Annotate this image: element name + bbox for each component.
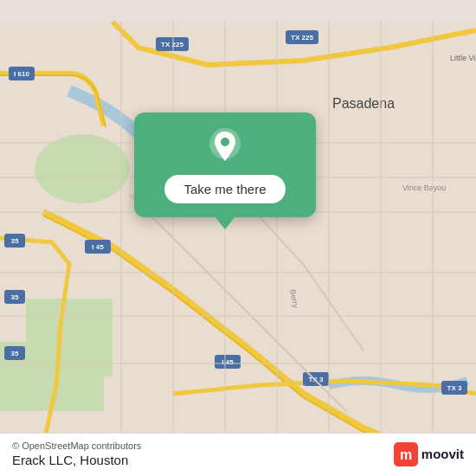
svg-text:I 45: I 45 [92, 243, 104, 251]
map-attribution: © OpenStreetMap contributors [12, 441, 141, 451]
svg-text:TX 225: TX 225 [161, 41, 183, 48]
location-pin-icon [206, 128, 244, 166]
map-background: I 610 I 45 I 45 TX 225 TX 225 35 35 35 T… [0, 0, 476, 476]
svg-text:TX 225: TX 225 [291, 34, 313, 42]
bottom-left: © OpenStreetMap contributors Erack LLC, … [12, 441, 141, 467]
svg-text:35: 35 [11, 237, 19, 245]
svg-text:I 610: I 610 [14, 70, 29, 78]
take-me-there-button[interactable]: Take me there [164, 175, 285, 203]
svg-text:Little Vin...: Little Vin... [450, 54, 476, 62]
moovit-brand-text: moovit [421, 447, 464, 461]
svg-text:m: m [400, 447, 412, 462]
popup-card: Take me there [134, 113, 316, 217]
svg-point-42 [221, 138, 229, 146]
moovit-brand-icon: m [394, 442, 418, 466]
svg-text:TX 3: TX 3 [447, 384, 462, 392]
svg-point-1 [35, 134, 130, 203]
moovit-logo: m moovit [394, 442, 464, 466]
bottom-bar: © OpenStreetMap contributors Erack LLC, … [0, 433, 476, 476]
place-name: Erack LLC, Houston [12, 453, 141, 467]
svg-text:35: 35 [11, 293, 19, 301]
map-container: I 610 I 45 I 45 TX 225 TX 225 35 35 35 T… [0, 0, 476, 476]
svg-text:Pasadena: Pasadena [332, 96, 395, 111]
svg-text:I 45: I 45 [222, 358, 234, 366]
svg-text:35: 35 [11, 350, 19, 357]
svg-text:Vince Bayou: Vince Bayou [402, 183, 446, 192]
